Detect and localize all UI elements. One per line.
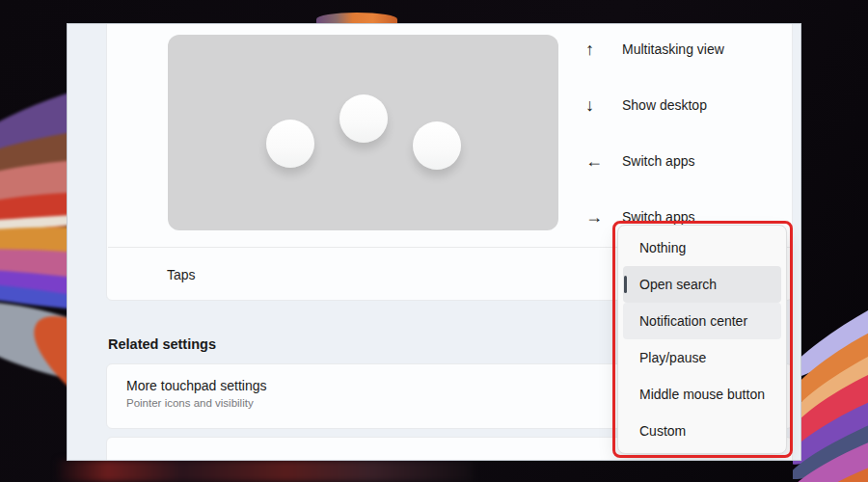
gesture-label: Multitasking view: [622, 41, 724, 57]
dropdown-item-label: Open search: [639, 277, 717, 292]
gesture-row-switch-apps-left: ← Switch apps: [585, 142, 792, 180]
taps-label: Taps: [167, 267, 196, 282]
more-touchpad-settings-title: More touchpad settings: [126, 378, 267, 393]
arrow-down-icon: ↓: [585, 95, 622, 116]
finger-dot-left: [266, 120, 314, 168]
more-touchpad-settings-subtitle: Pointer icons and visibility: [126, 397, 254, 409]
finger-dot-right: [413, 121, 461, 170]
wallpaper-wave-ribbons: [793, 284, 868, 482]
dropdown-item-notification-center[interactable]: Notification center: [623, 303, 781, 339]
gesture-label: Switch apps: [622, 153, 694, 169]
selection-indicator-bar: [624, 276, 627, 293]
gesture-label: Show desktop: [622, 97, 707, 113]
touchpad-illustration: [168, 35, 558, 230]
gesture-row-show-desktop: ↓ Show desktop: [585, 86, 792, 124]
wallpaper-red-blur: [58, 460, 473, 482]
gesture-action-dropdown: Nothing Open search Notification center …: [617, 225, 787, 454]
related-settings-heading: Related settings: [108, 336, 216, 352]
settings-window: ↑ Multitasking view ↓ Show desktop ← Swi…: [68, 24, 800, 460]
arrow-left-icon: ←: [585, 151, 622, 172]
arrow-right-icon: →: [585, 207, 622, 228]
dropdown-item-custom[interactable]: Custom: [623, 413, 781, 449]
dropdown-item-play-pause[interactable]: Play/pause: [623, 339, 781, 376]
finger-dot-middle: [339, 94, 388, 143]
gesture-label: Switch apps: [622, 209, 694, 225]
dropdown-item-nothing[interactable]: Nothing: [623, 229, 781, 266]
dropdown-item-middle-mouse-button[interactable]: Middle mouse button: [623, 376, 781, 413]
arrow-up-icon: ↑: [585, 40, 622, 60]
dropdown-item-open-search[interactable]: Open search: [623, 266, 781, 303]
gesture-row-multitasking: ↑ Multitasking view: [585, 30, 792, 68]
